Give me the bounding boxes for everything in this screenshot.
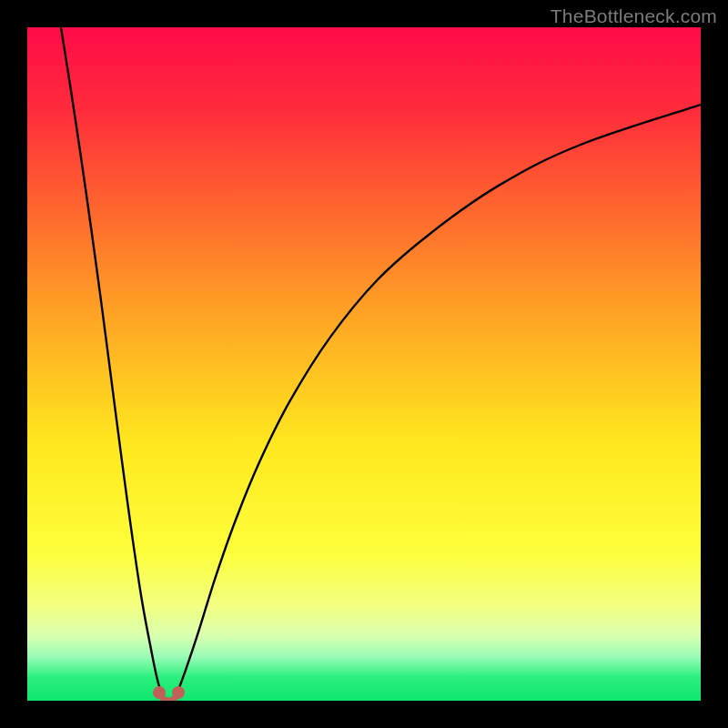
right-min-marker	[172, 686, 185, 699]
watermark-text: TheBottleneck.com	[551, 5, 717, 27]
left-min-marker	[153, 686, 166, 699]
markers-layer	[27, 27, 701, 701]
chart-frame: TheBottleneck.com	[0, 0, 728, 728]
plot-area	[27, 27, 701, 701]
